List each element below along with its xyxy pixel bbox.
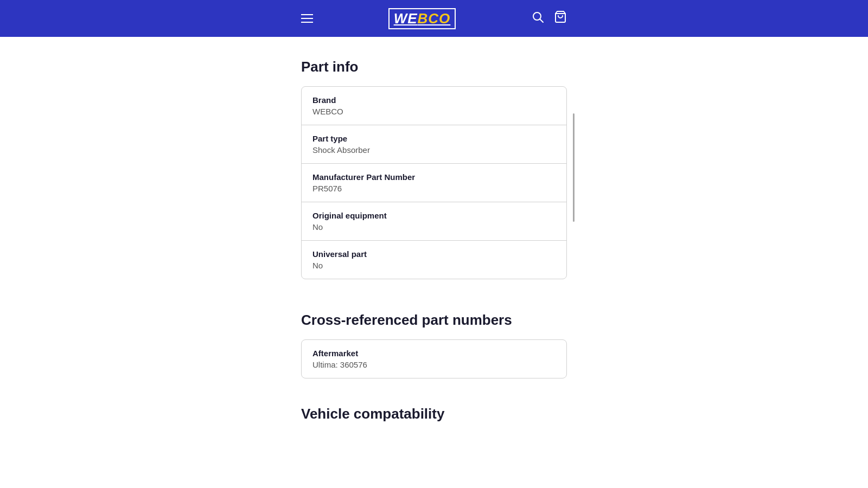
cross-ref-row-aftermarket: Aftermarket Ultima: 360576 bbox=[302, 340, 566, 378]
cross-ref-title: Cross-referenced part numbers bbox=[301, 312, 567, 329]
main-content: Part info Brand WEBCO Part type Shock Ab… bbox=[0, 37, 868, 444]
part-info-value-brand: WEBCO bbox=[312, 107, 556, 116]
cross-ref-table: Aftermarket Ultima: 360576 bbox=[301, 339, 567, 378]
logo-bco: BCO bbox=[418, 10, 451, 27]
part-info-row-original-equipment: Original equipment No bbox=[302, 202, 566, 241]
hamburger-menu-button[interactable] bbox=[301, 14, 313, 23]
part-info-row-brand: Brand WEBCO bbox=[302, 87, 566, 125]
cross-ref-section: Cross-referenced part numbers Aftermarke… bbox=[301, 312, 567, 378]
search-icon[interactable] bbox=[531, 10, 544, 27]
header-icons bbox=[531, 10, 567, 27]
part-info-title: Part info bbox=[301, 59, 567, 75]
svg-line-1 bbox=[540, 20, 543, 23]
part-info-value-universal-part: No bbox=[312, 261, 556, 270]
part-info-value-mpn: PR5076 bbox=[312, 184, 556, 193]
cross-ref-value-aftermarket: Ultima: 360576 bbox=[312, 360, 556, 369]
part-info-label-original-equipment: Original equipment bbox=[312, 211, 556, 220]
vehicle-compat-title: Vehicle compatability bbox=[301, 406, 567, 422]
part-info-row-part-type: Part type Shock Absorber bbox=[302, 125, 566, 164]
site-header: WEBCO bbox=[0, 0, 868, 37]
part-info-label-part-type: Part type bbox=[312, 134, 556, 143]
part-info-row-mpn: Manufacturer Part Number PR5076 bbox=[302, 164, 566, 202]
vehicle-compat-section: Vehicle compatability bbox=[301, 406, 567, 422]
part-info-value-original-equipment: No bbox=[312, 222, 556, 232]
logo-we: WE bbox=[394, 10, 418, 27]
part-info-wrapper: Brand WEBCO Part type Shock Absorber Man… bbox=[301, 86, 567, 279]
scrollbar[interactable] bbox=[573, 113, 575, 222]
part-info-table: Brand WEBCO Part type Shock Absorber Man… bbox=[301, 86, 567, 279]
part-info-label-universal-part: Universal part bbox=[312, 249, 556, 259]
part-info-row-universal-part: Universal part No bbox=[302, 241, 566, 279]
part-info-label-brand: Brand bbox=[312, 95, 556, 105]
cart-icon[interactable] bbox=[554, 10, 567, 27]
part-info-label-mpn: Manufacturer Part Number bbox=[312, 172, 556, 182]
site-logo[interactable]: WEBCO bbox=[388, 8, 456, 29]
part-info-value-part-type: Shock Absorber bbox=[312, 145, 556, 155]
cross-ref-label-aftermarket: Aftermarket bbox=[312, 349, 556, 358]
